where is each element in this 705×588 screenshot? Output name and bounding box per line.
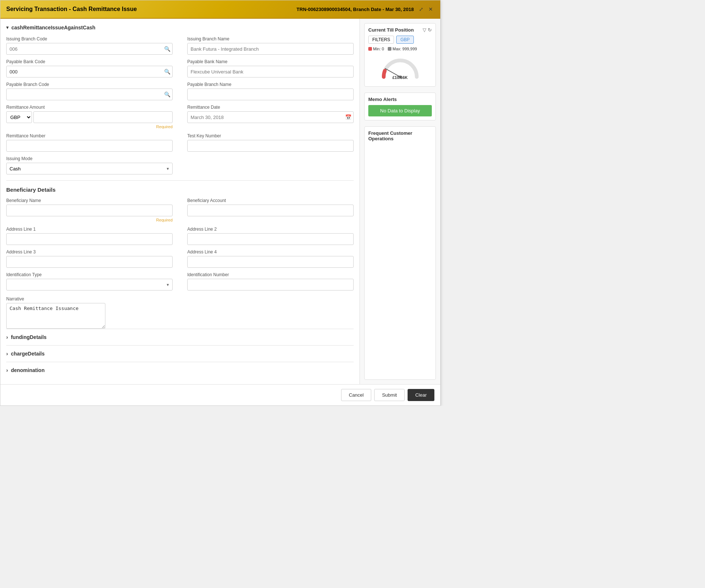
identification-type-select[interactable]: Passport National ID [6,279,173,291]
identification-number-input[interactable] [187,279,354,291]
till-filter-icon[interactable]: ▽ [423,27,426,33]
remittance-currency-select[interactable]: GBP USD EUR [6,111,32,123]
payable-bank-name-label: Payable Bank Name [187,59,354,64]
header-right: TRN-0062308900034504, Branch Date - Mar … [297,6,434,13]
denomination-label: denomination [11,367,45,373]
cancel-button[interactable]: Cancel [341,389,371,401]
beneficiary-name-field: Beneficiary Name Required [6,198,173,222]
denomination-section: › denomination [6,362,354,378]
payable-bank-code-wrap: 🔍 [6,66,173,77]
funding-details-header[interactable]: › fundingDetails [6,334,354,340]
test-key-number-input[interactable] [187,140,354,152]
payable-bank-name-input[interactable] [187,66,354,77]
expand-icon[interactable]: ⤢ [417,6,425,13]
main-section-header: ▾ cashRemittanceIssueAgainstCash [6,25,354,30]
max-label: Max: 999,999 [393,47,417,51]
issuing-branch-name-field: Issuing Branch Name [187,36,354,55]
beneficiary-account-label: Beneficiary Account [187,198,354,203]
address-line2-label: Address Line 2 [187,227,354,232]
clear-button[interactable]: Clear [408,389,434,401]
address-line2-field: Address Line 2 [187,227,354,245]
remittance-number-wrap [6,140,173,152]
payable-branch-code-input[interactable] [6,89,173,100]
address-line2-input[interactable] [187,233,354,245]
remittance-date-input[interactable] [187,111,354,123]
remittance-amount-input[interactable] [33,111,173,123]
identification-type-wrap: Passport National ID ▼ [6,279,173,291]
beneficiary-section-title: Beneficiary Details [6,187,354,193]
legend-min: Min: 0 [368,47,384,51]
memo-section: Memo Alerts No Data to Display [364,93,436,120]
issuing-branch-code-field: Issuing Branch Code 🔍 [6,36,173,55]
app-header: Servicing Transaction - Cash Remittance … [0,0,440,19]
min-label: Min: 0 [373,47,384,51]
denomination-chevron-icon: › [6,367,8,373]
beneficiary-name-input[interactable] [6,205,173,216]
issuing-mode-wrap: Cash Draft Other ▼ [6,163,173,174]
gbp-button[interactable]: GBP [396,36,413,44]
denomination-header[interactable]: › denomination [6,367,354,373]
memo-title: Memo Alerts [368,97,432,102]
address-line1-input[interactable] [6,233,173,245]
till-refresh-icon[interactable]: ↻ [428,27,432,33]
charge-details-section: › chargeDetails [6,345,354,362]
calendar-icon[interactable]: 📅 [345,114,351,120]
beneficiary-account-field: Beneficiary Account [187,198,354,222]
address-line4-input[interactable] [187,256,354,268]
charge-details-header[interactable]: › chargeDetails [6,351,354,357]
payable-branch-name-field: Payable Branch Name [187,82,354,100]
remittance-number-input[interactable] [6,140,173,152]
funding-details-chevron-icon: › [6,334,8,340]
till-title: Current Till Position [368,27,414,33]
issuing-branch-name-input[interactable] [187,43,354,55]
payable-bank-code-input[interactable] [6,66,173,77]
payable-branch-name-label: Payable Branch Name [187,82,354,87]
identification-number-field: Identification Number [187,272,354,291]
legend-max: Max: 999,999 [388,47,417,51]
remittance-amount-label: Remittance Amount [6,105,173,110]
till-header: Current Till Position ▽ ↻ [368,27,432,33]
issuing-branch-code-input[interactable] [6,43,173,55]
address-line1-label: Address Line 1 [6,227,173,232]
issuing-mode-field: Issuing Mode Cash Draft Other ▼ [6,156,173,174]
payable-bank-code-search-icon[interactable]: 🔍 [163,68,171,75]
section-chevron[interactable]: ▾ [6,25,8,30]
issuing-branch-name-label: Issuing Branch Name [187,36,354,42]
payable-bank-name-wrap [187,66,354,77]
test-key-number-wrap [187,140,354,152]
till-section: Current Till Position ▽ ↻ FILTERS GBP Mi… [364,23,436,87]
payable-branch-code-field: Payable Branch Code 🔍 [6,82,173,100]
till-icon-group: ▽ ↻ [423,27,432,33]
issuing-branch-name-wrap [187,43,354,55]
beneficiary-account-wrap [187,205,354,216]
test-key-number-field: Test Key Number [187,133,354,152]
address-line2-wrap [187,233,354,245]
issuing-mode-label: Issuing Mode [6,156,173,161]
narrative-input[interactable]: Cash Remittance Issuance [6,303,105,329]
address-line3-input[interactable] [6,256,173,268]
beneficiary-name-wrap [6,205,173,216]
min-dot-icon [368,47,372,51]
address-line3-field: Address Line 3 [6,249,173,268]
beneficiary-account-input[interactable] [187,205,354,216]
address-line1-field: Address Line 1 [6,227,173,245]
issuing-mode-select[interactable]: Cash Draft Other [6,163,173,174]
filters-button[interactable]: FILTERS [368,36,394,44]
section-divider-1 [6,180,354,181]
identification-type-field: Identification Type Passport National ID… [6,272,173,291]
beneficiary-form-grid: Beneficiary Name Required Beneficiary Ac… [6,198,354,291]
submit-button[interactable]: Submit [374,389,404,401]
payable-branch-code-search-icon[interactable]: 🔍 [163,91,171,98]
close-icon[interactable]: ✕ [427,6,434,13]
till-filter-row: FILTERS GBP [368,36,432,44]
payable-bank-code-field: Payable Bank Code 🔍 [6,59,173,77]
identification-number-wrap [187,279,354,291]
address-line4-field: Address Line 4 [187,249,354,268]
issuing-branch-code-search-icon[interactable]: 🔍 [163,45,171,53]
transaction-info: TRN-0062308900034504, Branch Date - Mar … [297,7,414,12]
payable-branch-name-wrap [187,89,354,100]
payable-branch-name-input[interactable] [187,89,354,100]
funding-details-section: › fundingDetails [6,329,354,345]
remittance-number-field: Remittance Number [6,133,173,152]
payable-bank-name-field: Payable Bank Name [187,59,354,77]
